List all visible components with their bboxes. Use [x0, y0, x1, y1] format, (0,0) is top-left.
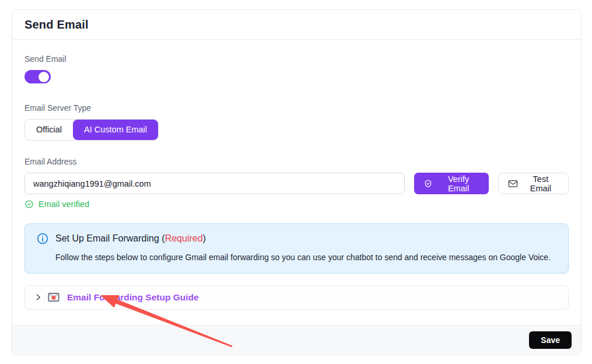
- send-email-toggle-label: Send Email: [24, 54, 569, 64]
- verify-email-button[interactable]: Verify Email: [414, 173, 488, 194]
- test-email-button[interactable]: Test Email: [498, 173, 569, 194]
- info-box-body: Follow the steps below to configure Gmai…: [55, 252, 556, 263]
- check-circle-icon: [24, 200, 34, 209]
- chevron-right-icon: [34, 293, 42, 301]
- info-box-title: Set Up Email Forwarding (Required): [55, 233, 206, 244]
- page-title: Send Email: [24, 18, 569, 32]
- server-type-official-button[interactable]: Official: [25, 120, 73, 140]
- card-header: Send Email: [12, 10, 581, 40]
- verify-email-label: Verify Email: [437, 174, 479, 193]
- email-verified-status: Email verified: [24, 200, 569, 209]
- server-type-label: Email Server Type: [24, 103, 569, 113]
- email-address-label: Email Address: [24, 157, 569, 166]
- info-circle-icon: [37, 233, 48, 244]
- test-email-label: Test Email: [523, 174, 559, 193]
- save-button[interactable]: Save: [529, 331, 572, 349]
- email-forwarding-guide-label: Email Forwarding Setup Guide: [67, 292, 199, 303]
- server-type-custom-button[interactable]: AI Custom Email: [73, 120, 158, 140]
- shield-check-icon: [423, 179, 433, 188]
- toggle-knob: [38, 72, 49, 82]
- email-forwarding-guide-toggle[interactable]: Email Forwarding Setup Guide: [24, 285, 569, 310]
- server-type-group: Official AI Custom Email: [24, 119, 159, 141]
- required-badge-text: Required: [165, 233, 203, 243]
- envelope-seal-icon: [48, 292, 59, 302]
- card-footer: Save: [12, 325, 581, 355]
- send-email-toggle[interactable]: [24, 70, 51, 83]
- email-verified-text: Email verified: [38, 200, 89, 209]
- send-email-card: Send Email Send Email Email Server Type …: [12, 9, 582, 355]
- email-address-input[interactable]: [24, 173, 405, 194]
- card-body: Send Email Email Server Type Official AI…: [12, 40, 581, 325]
- envelope-icon: [508, 179, 518, 188]
- email-forwarding-info-box: Set Up Email Forwarding (Required) Follo…: [24, 223, 569, 274]
